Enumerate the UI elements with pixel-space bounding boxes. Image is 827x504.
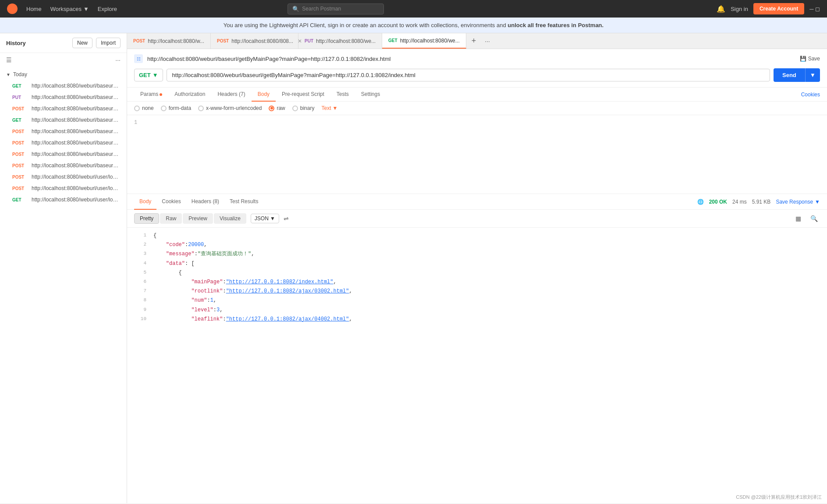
body-urlencoded-option[interactable]: x-www-form-urlencoded (198, 105, 262, 111)
sidebar-menu-icon[interactable]: ··· (115, 56, 121, 63)
method-badge-post: POST (12, 106, 28, 111)
list-item[interactable]: POST http://localhost:8080/weburl/baseur… (0, 160, 127, 171)
sidebar-actions: New Import (72, 38, 121, 48)
format-preview-button[interactable]: Preview (183, 213, 213, 224)
search-icon: 🔍 (292, 6, 299, 12)
list-item[interactable]: GET http://localhost:8080/weburl/user/lo… (0, 194, 127, 205)
method-badge-post: POST (12, 152, 28, 157)
tab-tests[interactable]: Tests (330, 88, 355, 102)
format-visualize-button[interactable]: Visualize (214, 213, 246, 224)
tab-get-active[interactable]: GET http://localhost:8080/we... (382, 33, 466, 49)
list-item[interactable]: GET http://localhost:8080/weburl/baseurl… (0, 80, 127, 92)
response-format-bar: Pretty Raw Preview Visualize JSON ▼ ⇌ ▦ … (127, 210, 827, 228)
wrap-icon[interactable]: ⇌ (284, 215, 289, 222)
tab-method-get: GET (388, 38, 398, 43)
format-pretty-button[interactable]: Pretty (134, 213, 159, 224)
resp-tab-body[interactable]: Body (134, 194, 156, 210)
nav-workspaces[interactable]: Workspaces ▼ (50, 6, 89, 12)
method-badge-post: POST (12, 141, 28, 145)
cookies-button[interactable]: Cookies (801, 92, 820, 98)
signin-button[interactable]: Sign in (731, 6, 748, 12)
method-badge-get: GET (12, 118, 28, 123)
tab-post-1[interactable]: POST http://localhost:8080/w... (127, 33, 211, 49)
format-raw-button[interactable]: Raw (160, 213, 182, 224)
list-item[interactable]: POST http://localhost:8080/weburl/user/l… (0, 171, 127, 183)
response-status: 🌐 200 OK 24 ms 5.91 KB Save Response ▼ (697, 199, 820, 205)
list-item[interactable]: POST http://localhost:8080/weburl/baseur… (0, 148, 127, 160)
code-line-4: 4 "data" : [ (127, 259, 827, 268)
tab-authorization[interactable]: Authorization (168, 88, 211, 102)
banner: You are using the Lightweight API Client… (0, 18, 827, 33)
code-line-5: 5 { (127, 268, 827, 278)
sidebar-title: History (6, 40, 26, 46)
tab-pre-request-script[interactable]: Pre-request Script (276, 88, 330, 102)
notification-icon[interactable]: 🔔 (717, 5, 725, 13)
tabs-bar: POST http://localhost:8080/w... POST htt… (127, 33, 827, 49)
list-item[interactable]: PUT http://localhost:8080/weburl/baseurl… (0, 92, 127, 103)
list-item[interactable]: POST http://localhost:8080/weburl/baseur… (0, 137, 127, 148)
resp-tab-headers[interactable]: Headers (8) (186, 194, 224, 210)
radio-none (134, 106, 140, 111)
top-nav: Home Workspaces ▼ Explore 🔍 🔔 Sign in Cr… (0, 0, 827, 18)
request-url-bar: ☷ http://localhost:8080/weburl/baseurl/g… (134, 54, 820, 63)
nav-home[interactable]: Home (26, 6, 42, 12)
save-response-button[interactable]: Save Response ▼ (776, 199, 820, 205)
status-ok: 200 OK (709, 199, 727, 205)
radio-form-data (161, 106, 167, 111)
tab-params[interactable]: Params (134, 88, 168, 102)
text-dropdown[interactable]: Text ▼ (321, 105, 337, 111)
top-nav-right: 🔔 Sign in Create Account ─ ◻ (717, 3, 820, 14)
request-full-url: http://localhost:8080/weburl/baseurl/get… (147, 56, 795, 62)
response-section: Body Cookies Headers (8) Test Results 🌐 … (127, 194, 827, 503)
import-button[interactable]: Import (96, 38, 121, 48)
send-btn-group: Send ▼ (774, 68, 820, 82)
search-response-button[interactable]: 🔍 (808, 212, 820, 225)
create-account-button[interactable]: Create Account (753, 3, 804, 14)
json-select[interactable]: JSON ▼ (251, 214, 279, 223)
tab-more-button[interactable]: ··· (481, 38, 493, 45)
method-badge-post: POST (12, 129, 28, 134)
method-select[interactable]: GET ▼ (134, 69, 163, 81)
list-item[interactable]: POST http://localhost:8080/weburl/baseur… (0, 126, 127, 137)
body-none-option[interactable]: none (134, 105, 154, 111)
body-raw-option[interactable]: raw (269, 105, 285, 111)
nav-explore[interactable]: Explore (98, 6, 117, 12)
method-badge-get: GET (12, 197, 28, 202)
code-line-2: 2 "code" : 20000 , (127, 240, 827, 250)
tab-settings[interactable]: Settings (355, 88, 386, 102)
radio-binary (292, 106, 298, 111)
list-item[interactable]: GET http://localhost:8080/weburl/baseurl… (0, 114, 127, 126)
code-line-8: 8 "num" : 1 , (127, 296, 827, 305)
send-button[interactable]: Send (774, 68, 805, 82)
tab-add-button[interactable]: + (466, 36, 482, 46)
tab-headers[interactable]: Headers (7) (211, 88, 251, 102)
method-url-row: GET ▼ Send ▼ (134, 68, 820, 82)
chevron-down-icon: ▼ (270, 215, 275, 222)
main-layout: History New Import ☰ ··· ▼ Today GET htt… (0, 33, 827, 503)
list-item[interactable]: POST http://localhost:8080/weburl/user/l… (0, 183, 127, 194)
method-badge-get: GET (12, 84, 28, 88)
list-item[interactable]: POST http://localhost:8080/weburl/baseur… (0, 103, 127, 114)
request-tabs: Params Authorization Headers (7) Body Pr… (127, 88, 827, 102)
filter-icon[interactable]: ☰ (6, 56, 12, 63)
sidebar-filter: ☰ ··· (0, 53, 127, 67)
resp-tab-cookies[interactable]: Cookies (156, 194, 186, 210)
right-panel: POST http://localhost:8080/w... POST htt… (127, 33, 827, 503)
sidebar: History New Import ☰ ··· ▼ Today GET htt… (0, 33, 127, 503)
tab-body[interactable]: Body (252, 88, 276, 102)
search-input[interactable] (302, 6, 379, 12)
send-dropdown-button[interactable]: ▼ (805, 68, 820, 82)
tab-put[interactable]: PUT http://localhost:8080/we... (298, 33, 382, 49)
response-body: 1 { 2 "code" : 20000 , 3 "message" : "查询… (127, 228, 827, 503)
request-body-editor[interactable]: 1 (127, 115, 827, 194)
resp-tab-test-results[interactable]: Test Results (224, 194, 263, 210)
save-button[interactable]: 💾 Save (800, 56, 820, 62)
copy-response-button[interactable]: ▦ (792, 212, 804, 225)
new-button[interactable]: New (72, 38, 92, 48)
tab-post-2[interactable]: POST http://localhost:8080/808... ✕ (211, 33, 298, 49)
history-today[interactable]: ▼ Today (0, 69, 127, 80)
url-input[interactable] (167, 69, 770, 81)
body-binary-option[interactable]: binary (292, 105, 315, 111)
body-form-data-option[interactable]: form-data (161, 105, 191, 111)
code-line-6: 6 "mainPage" : "http://127.0.0.1:8082/in… (127, 278, 827, 287)
